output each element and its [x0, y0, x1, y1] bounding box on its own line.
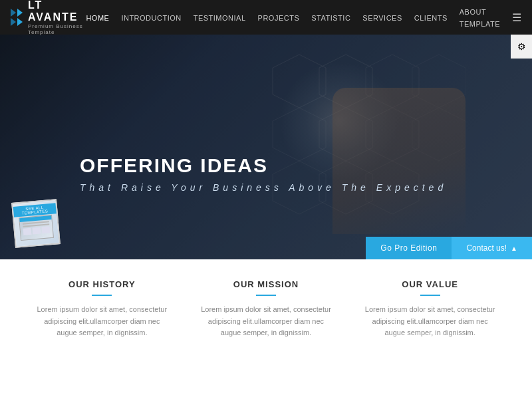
- hero-subtitle: That Raise Your Business Above The Expec…: [80, 182, 447, 193]
- logo-tagline: Premium Business Template: [28, 23, 86, 35]
- logo-text-area: LT AVANTE Premium Business Template: [28, 0, 86, 35]
- template-badge-inner: SEE ALL TEMPLATES: [13, 200, 59, 246]
- about-section: OUR HISTORY Lorem ipsum dolor sit amet, …: [0, 259, 532, 399]
- nav-item-clients[interactable]: CLIENTS: [414, 11, 448, 23]
- nav-link-services[interactable]: SERVICES: [362, 14, 402, 22]
- logo-name: LT AVANTE: [28, 0, 86, 23]
- chevron-icon-1: [11, 9, 16, 17]
- hamburger-menu[interactable]: ☰: [512, 11, 521, 24]
- nav-link-projects[interactable]: PROJECTS: [258, 14, 300, 22]
- about-history-text: Lorem ipsum dolor sit amet, consectetur …: [33, 304, 171, 339]
- navbar: LT AVANTE Premium Business Template HOME…: [0, 0, 532, 35]
- nav-item-testimonial[interactable]: TESTIMONIAL: [194, 11, 246, 23]
- about-col-mission: OUR MISSION Lorem ipsum dolor sit amet, …: [191, 279, 342, 339]
- settings-button[interactable]: ⚙: [511, 35, 532, 59]
- chevron-up-icon: ▲: [511, 245, 517, 252]
- about-history-divider: [92, 295, 112, 296]
- about-mission-title: OUR MISSION: [198, 279, 335, 289]
- chevron-icon-4: [17, 18, 23, 26]
- about-value-title: OUR VALUE: [361, 279, 499, 289]
- nav-link-home[interactable]: HOME: [86, 14, 109, 22]
- nav-item-about[interactable]: ABOUT TEMPLATE: [460, 5, 500, 29]
- logo[interactable]: LT AVANTE Premium Business Template: [11, 0, 86, 35]
- about-col-history: OUR HISTORY Lorem ipsum dolor sit amet, …: [27, 279, 178, 339]
- about-value-divider: [420, 295, 440, 296]
- go-pro-button[interactable]: Go Pro Edition: [366, 237, 452, 259]
- nav-item-projects[interactable]: PROJECTS: [258, 11, 300, 23]
- hero-cta-area: Go Pro Edition Contact us! ▲: [366, 237, 532, 259]
- nav-link-about[interactable]: ABOUT TEMPLATE: [460, 8, 500, 28]
- chevron-icon-2: [17, 9, 23, 17]
- about-grid: OUR HISTORY Lorem ipsum dolor sit amet, …: [27, 279, 505, 339]
- badge-preview: [19, 214, 54, 240]
- about-col-value: OUR VALUE Lorem ipsum dolor sit amet, co…: [354, 279, 505, 339]
- nav-link-statistic[interactable]: STATISTIC: [311, 14, 350, 22]
- nav-links: HOME INTRODUCTION TESTIMONIAL PROJECTS S…: [86, 5, 521, 29]
- about-mission-text: Lorem ipsum dolor sit amet, consectetur …: [198, 304, 335, 339]
- hero-overlay: [0, 35, 532, 259]
- nav-item-services[interactable]: SERVICES: [362, 11, 402, 23]
- logo-chevrons: [11, 9, 23, 26]
- chevron-icon-3: [11, 18, 16, 26]
- nav-item-intro[interactable]: INTRODUCTION: [121, 11, 181, 23]
- template-badge[interactable]: SEE ALL TEMPLATES: [11, 199, 61, 248]
- nav-link-clients[interactable]: CLIENTS: [414, 14, 448, 22]
- about-mission-divider: [256, 295, 276, 296]
- nav-link-testimonial[interactable]: TESTIMONIAL: [194, 14, 246, 22]
- about-value-text: Lorem ipsum dolor sit amet, consectetur …: [361, 304, 499, 339]
- hero-title: OFFERING IDEAS: [80, 154, 447, 177]
- hamburger-icon[interactable]: ☰: [512, 12, 521, 23]
- nav-link-intro[interactable]: INTRODUCTION: [121, 14, 181, 22]
- hero-section: OFFERING IDEAS That Raise Your Business …: [0, 35, 532, 259]
- hero-content: OFFERING IDEAS That Raise Your Business …: [80, 154, 447, 193]
- contact-button[interactable]: Contact us! ▲: [452, 237, 532, 259]
- gear-icon: ⚙: [517, 41, 526, 52]
- contact-button-label: Contact us!: [466, 243, 507, 253]
- about-history-title: OUR HISTORY: [33, 279, 171, 289]
- nav-item-statistic[interactable]: STATISTIC: [311, 11, 350, 23]
- nav-item-home[interactable]: HOME: [86, 11, 109, 23]
